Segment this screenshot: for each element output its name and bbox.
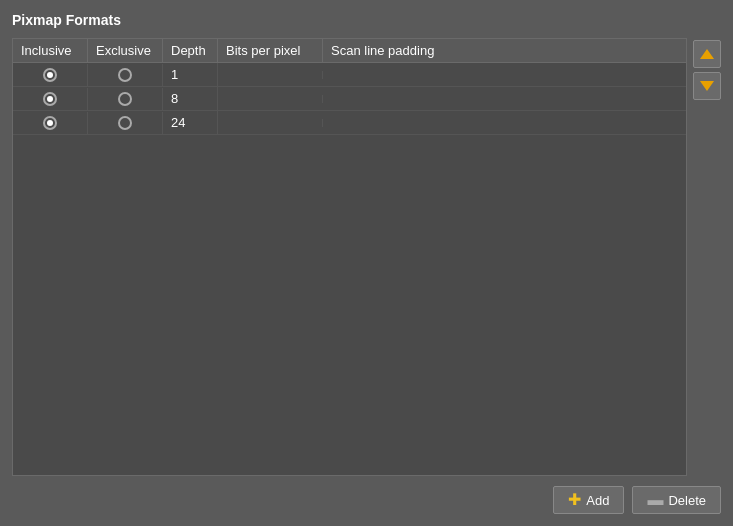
row1-inclusive-radio[interactable] (43, 68, 57, 82)
row2-depth-cell: 8 (163, 87, 218, 110)
row2-bpp-cell (218, 95, 323, 103)
col-header-slp: Scan line padding (323, 39, 686, 62)
content-area: Inclusive Exclusive Depth Bits per pixel… (12, 38, 721, 476)
side-buttons (693, 38, 721, 476)
row3-exclusive-cell[interactable] (88, 112, 163, 134)
add-icon: ✚ (568, 492, 581, 508)
row1-depth-cell: 1 (163, 63, 218, 86)
pixmap-table: Inclusive Exclusive Depth Bits per pixel… (12, 38, 687, 476)
delete-button-label: Delete (668, 493, 706, 508)
row2-exclusive-radio[interactable] (118, 92, 132, 106)
table-row: 1 (13, 63, 686, 87)
col-header-depth: Depth (163, 39, 218, 62)
row3-depth-value: 24 (171, 115, 185, 130)
row1-depth-value: 1 (171, 67, 178, 82)
delete-button[interactable]: ▬ Delete (632, 486, 721, 514)
table-row: 24 (13, 111, 686, 135)
delete-icon: ▬ (647, 492, 663, 508)
row1-exclusive-radio[interactable] (118, 68, 132, 82)
add-button-label: Add (586, 493, 609, 508)
col-header-bpp: Bits per pixel (218, 39, 323, 62)
row2-inclusive-radio[interactable] (43, 92, 57, 106)
row2-exclusive-cell[interactable] (88, 88, 163, 110)
row1-inclusive-cell[interactable] (13, 64, 88, 86)
row1-bpp-cell (218, 71, 323, 79)
table-header: Inclusive Exclusive Depth Bits per pixel… (13, 39, 686, 63)
bottom-bar: ✚ Add ▬ Delete (12, 476, 721, 514)
row3-inclusive-radio[interactable] (43, 116, 57, 130)
page-title: Pixmap Formats (12, 12, 721, 28)
move-up-button[interactable] (693, 40, 721, 68)
row2-slp-cell (323, 95, 686, 103)
row3-inclusive-cell[interactable] (13, 112, 88, 134)
row2-inclusive-cell[interactable] (13, 88, 88, 110)
row1-slp-cell (323, 71, 686, 79)
row3-depth-cell: 24 (163, 111, 218, 134)
main-container: Pixmap Formats Inclusive Exclusive Depth… (0, 0, 733, 526)
table-row: 8 (13, 87, 686, 111)
arrow-down-icon (700, 81, 714, 91)
row3-slp-cell (323, 119, 686, 127)
add-button[interactable]: ✚ Add (553, 486, 624, 514)
table-body: 1 8 (13, 63, 686, 475)
col-header-exclusive: Exclusive (88, 39, 163, 62)
row1-exclusive-cell[interactable] (88, 64, 163, 86)
col-header-inclusive: Inclusive (13, 39, 88, 62)
row3-exclusive-radio[interactable] (118, 116, 132, 130)
row3-bpp-cell (218, 119, 323, 127)
row2-depth-value: 8 (171, 91, 178, 106)
move-down-button[interactable] (693, 72, 721, 100)
arrow-up-icon (700, 49, 714, 59)
